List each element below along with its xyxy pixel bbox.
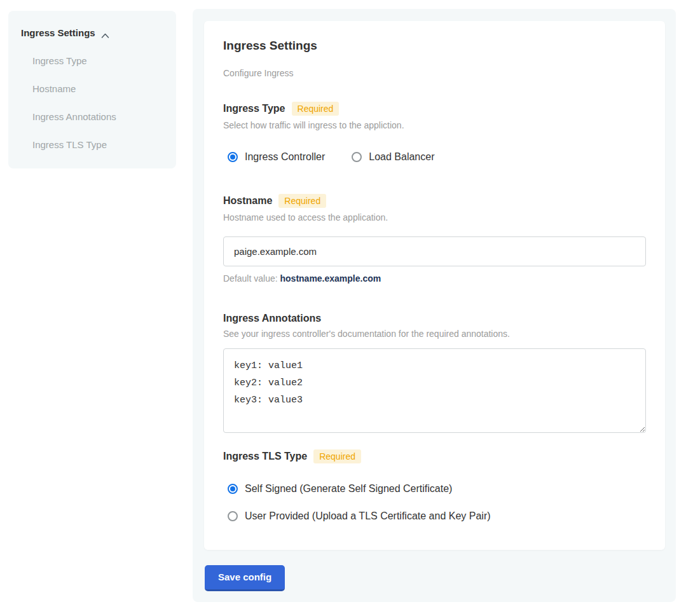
page-subtitle: Configure Ingress [223, 68, 646, 78]
ingress-type-label: Ingress Type [223, 103, 285, 114]
field-group-ingress-tls-type: Ingress TLS Type Required Self Signed (G… [223, 449, 646, 522]
sidebar-group-title: Ingress Settings [21, 27, 95, 38]
radio-ingress-controller[interactable]: Ingress Controller [228, 151, 325, 163]
config-nav-sidebar: Ingress Settings Ingress Type Hostname I… [8, 11, 176, 168]
config-main-panel: Ingress Settings Configure Ingress Ingre… [193, 9, 676, 602]
ingress-annotations-textarea[interactable]: key1: value1 key2: value2 key3: value3 [223, 348, 646, 433]
default-value-prefix: Default value: [223, 273, 280, 284]
ingress-type-radio-group: Ingress Controller Load Balancer [223, 151, 646, 163]
radio-unselected-icon [228, 511, 238, 521]
sidebar-item-ingress-type[interactable]: Ingress Type [32, 55, 163, 66]
radio-unselected-icon [352, 152, 362, 162]
sidebar-item-hostname[interactable]: Hostname [32, 83, 163, 94]
default-value-text: hostname.example.com [280, 273, 381, 284]
save-config-button[interactable]: Save config [205, 565, 285, 591]
hostname-default-line: Default value: hostname.example.com [223, 273, 646, 284]
sidebar-item-ingress-tls-type[interactable]: Ingress TLS Type [32, 139, 163, 150]
field-group-ingress-type: Ingress Type Required Select how traffic… [223, 102, 646, 163]
sidebar-item-ingress-annotations[interactable]: Ingress Annotations [32, 111, 163, 122]
page-title: Ingress Settings [223, 39, 646, 53]
required-badge: Required [292, 102, 340, 116]
ingress-type-help: Select how traffic will ingress to the a… [223, 120, 646, 130]
hostname-help: Hostname used to access the application. [223, 212, 646, 222]
ingress-tls-radio-group: Self Signed (Generate Self Signed Certif… [223, 483, 646, 522]
radio-self-signed-label: Self Signed (Generate Self Signed Certif… [245, 483, 452, 495]
hostname-label: Hostname [223, 195, 272, 207]
config-card: Ingress Settings Configure Ingress Ingre… [204, 21, 665, 550]
ingress-annotations-help: See your ingress controller's documentat… [223, 329, 646, 339]
radio-user-provided[interactable]: User Provided (Upload a TLS Certificate … [228, 510, 646, 522]
radio-load-balancer-label: Load Balancer [369, 151, 434, 163]
radio-selected-icon [228, 152, 238, 162]
sidebar-group-header[interactable]: Ingress Settings [21, 27, 163, 38]
hostname-input[interactable] [223, 236, 646, 266]
field-group-hostname: Hostname Required Hostname used to acces… [223, 194, 646, 284]
sidebar-item-list: Ingress Type Hostname Ingress Annotation… [21, 55, 163, 150]
radio-ingress-controller-label: Ingress Controller [245, 151, 325, 163]
ingress-tls-type-label: Ingress TLS Type [223, 451, 307, 462]
radio-user-provided-label: User Provided (Upload a TLS Certificate … [245, 510, 491, 522]
required-badge: Required [313, 449, 361, 463]
required-badge: Required [278, 194, 326, 208]
ingress-annotations-label: Ingress Annotations [223, 313, 321, 324]
field-group-ingress-annotations: Ingress Annotations See your ingress con… [223, 313, 646, 435]
radio-load-balancer[interactable]: Load Balancer [352, 151, 434, 163]
radio-selected-icon [228, 484, 238, 494]
radio-self-signed[interactable]: Self Signed (Generate Self Signed Certif… [228, 483, 646, 495]
chevron-up-icon [101, 30, 109, 36]
